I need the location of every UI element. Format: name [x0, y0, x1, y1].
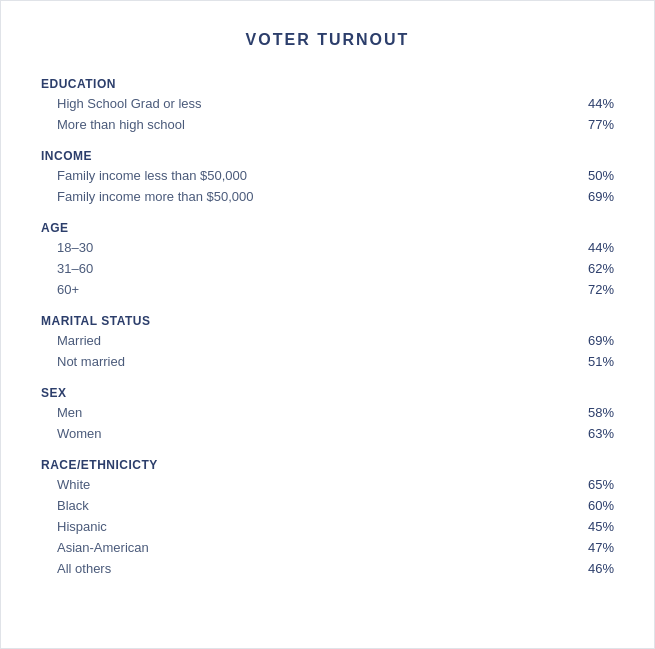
section-sex: SEXMen58%Women63%	[41, 386, 614, 444]
table-row: Not married51%	[41, 351, 614, 372]
row-label: White	[57, 477, 90, 492]
table-row: All others46%	[41, 558, 614, 579]
row-label: Women	[57, 426, 102, 441]
row-value: 69%	[588, 333, 614, 348]
table-row: 18–3044%	[41, 237, 614, 258]
section-header-marital-status: MARITAL STATUS	[41, 314, 614, 328]
row-label: 60+	[57, 282, 79, 297]
row-label: Men	[57, 405, 82, 420]
row-value: 77%	[588, 117, 614, 132]
table-row: Family income less than $50,00050%	[41, 165, 614, 186]
row-label: 31–60	[57, 261, 93, 276]
table-row: Men58%	[41, 402, 614, 423]
table-row: High School Grad or less44%	[41, 93, 614, 114]
section-header-age: AGE	[41, 221, 614, 235]
row-value: 51%	[588, 354, 614, 369]
row-value: 44%	[588, 96, 614, 111]
row-value: 58%	[588, 405, 614, 420]
table-row: Married69%	[41, 330, 614, 351]
section-marital-status: MARITAL STATUSMarried69%Not married51%	[41, 314, 614, 372]
row-value: 60%	[588, 498, 614, 513]
row-label: Married	[57, 333, 101, 348]
table-row: Women63%	[41, 423, 614, 444]
row-label: Family income more than $50,000	[57, 189, 254, 204]
row-value: 46%	[588, 561, 614, 576]
table-row: 60+72%	[41, 279, 614, 300]
row-value: 50%	[588, 168, 614, 183]
table-row: Family income more than $50,00069%	[41, 186, 614, 207]
table-row: Asian-American47%	[41, 537, 614, 558]
row-value: 69%	[588, 189, 614, 204]
sections-container: EDUCATIONHigh School Grad or less44%More…	[41, 77, 614, 579]
row-value: 47%	[588, 540, 614, 555]
section-income: INCOMEFamily income less than $50,00050%…	[41, 149, 614, 207]
row-value: 44%	[588, 240, 614, 255]
table-row: More than high school77%	[41, 114, 614, 135]
row-label: 18–30	[57, 240, 93, 255]
row-label: All others	[57, 561, 111, 576]
section-race: RACE/ETHNICICTYWhite65%Black60%Hispanic4…	[41, 458, 614, 579]
section-education: EDUCATIONHigh School Grad or less44%More…	[41, 77, 614, 135]
table-row: Black60%	[41, 495, 614, 516]
page-title: VOTER TURNOUT	[41, 31, 614, 49]
section-header-income: INCOME	[41, 149, 614, 163]
voter-turnout-card: VOTER TURNOUT EDUCATIONHigh School Grad …	[0, 0, 655, 649]
row-label: High School Grad or less	[57, 96, 202, 111]
section-header-race: RACE/ETHNICICTY	[41, 458, 614, 472]
row-value: 65%	[588, 477, 614, 492]
row-label: Not married	[57, 354, 125, 369]
section-age: AGE18–3044%31–6062%60+72%	[41, 221, 614, 300]
section-header-education: EDUCATION	[41, 77, 614, 91]
table-row: White65%	[41, 474, 614, 495]
row-label: More than high school	[57, 117, 185, 132]
row-value: 72%	[588, 282, 614, 297]
row-value: 63%	[588, 426, 614, 441]
row-label: Black	[57, 498, 89, 513]
table-row: 31–6062%	[41, 258, 614, 279]
table-row: Hispanic45%	[41, 516, 614, 537]
row-label: Family income less than $50,000	[57, 168, 247, 183]
row-label: Asian-American	[57, 540, 149, 555]
row-value: 45%	[588, 519, 614, 534]
section-header-sex: SEX	[41, 386, 614, 400]
row-value: 62%	[588, 261, 614, 276]
row-label: Hispanic	[57, 519, 107, 534]
